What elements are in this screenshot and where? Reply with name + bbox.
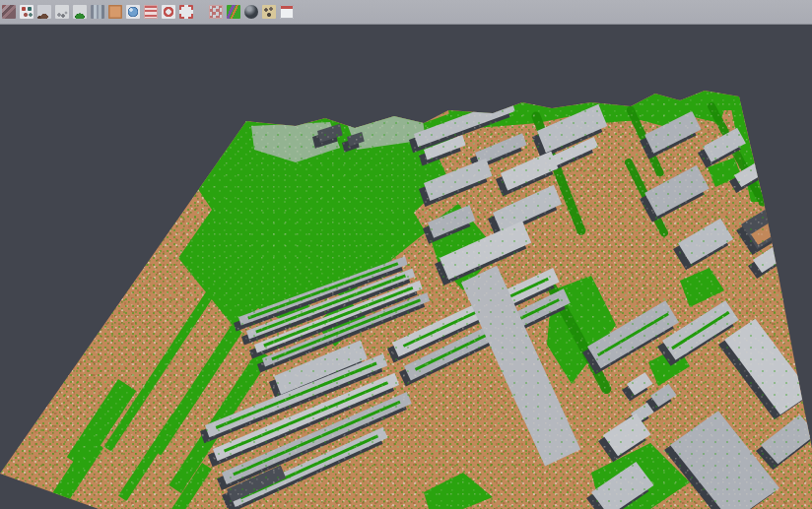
3d-viewport[interactable]	[0, 25, 812, 509]
target-circle-icon	[162, 5, 175, 19]
texture-patch-icon[interactable]	[0, 3, 18, 21]
globe-icon[interactable]	[124, 3, 142, 21]
sparse-cloud-icon	[55, 5, 69, 19]
dem-hill-icon	[37, 5, 51, 19]
region-brackets-icon[interactable]	[177, 3, 195, 21]
application-window	[0, 0, 812, 509]
tie-points-icon	[20, 5, 34, 19]
checkerboard-icon	[209, 5, 223, 19]
tie-points-icon[interactable]	[18, 3, 35, 21]
texture-atlas-icon	[262, 5, 276, 19]
classification-map-icon[interactable]	[225, 3, 242, 21]
layers-lines-icon	[144, 5, 158, 19]
point-cloud-scene[interactable]	[0, 25, 812, 509]
orthophoto-icon[interactable]	[106, 3, 124, 21]
texture-atlas-icon[interactable]	[260, 3, 278, 21]
dem-hill-icon[interactable]	[35, 3, 53, 21]
toolbar-separator	[195, 3, 207, 21]
terrain-green-icon	[73, 5, 87, 19]
globe-icon	[126, 5, 140, 19]
terrain-green-icon[interactable]	[71, 3, 89, 21]
region-brackets-icon	[179, 5, 193, 19]
orthophoto-icon	[108, 5, 122, 19]
profile-column-icon	[91, 5, 104, 19]
classification-map-icon	[227, 5, 240, 19]
checkerboard-icon[interactable]	[207, 3, 225, 21]
profile-column-icon[interactable]	[89, 3, 106, 21]
toolbar	[0, 0, 812, 25]
sparse-cloud-icon[interactable]	[53, 3, 71, 21]
reset-strip-icon[interactable]	[278, 3, 296, 21]
layers-lines-icon[interactable]	[142, 3, 160, 21]
reset-strip-icon	[280, 5, 294, 19]
mesh-sphere-icon[interactable]	[242, 3, 260, 21]
target-circle-icon[interactable]	[160, 3, 177, 21]
mesh-sphere-icon	[244, 5, 258, 19]
texture-patch-icon	[2, 5, 16, 19]
terrain-tile	[0, 25, 812, 509]
